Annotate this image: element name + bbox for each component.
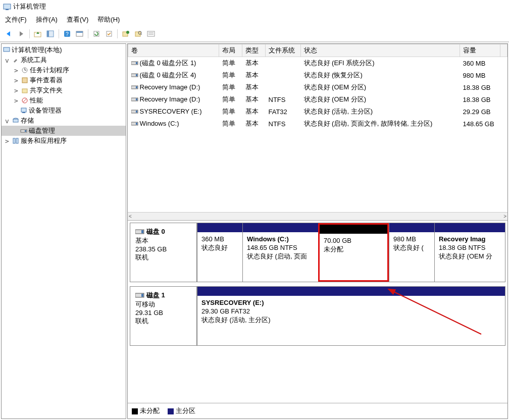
tree-root[interactable]: 计算机管理(本地) — [2, 45, 126, 55]
col-volume[interactable]: 卷 — [128, 44, 219, 57]
cell-capacity: 18.38 GB — [460, 81, 500, 93]
table-row[interactable]: (磁盘 0 磁盘分区 1) 简单 基本 状态良好 (EFI 系统分区) 360 … — [128, 57, 507, 70]
table-row[interactable]: SYSRECOVERY (E:) 简单 基本 FAT32 状态良好 (活动, 主… — [128, 106, 507, 118]
help-icon[interactable]: ? — [62, 28, 73, 39]
tree-systools[interactable]: v 系统工具 — [2, 55, 126, 65]
partition-status: 状态良好 (OEM 分 — [439, 252, 501, 261]
menubar: 文件(F) 操作(A) 查看(V) 帮助(H) — [0, 13, 509, 27]
cell-type: 基本 — [242, 93, 266, 106]
window-list-icon[interactable] — [74, 28, 85, 39]
partition-status: 状态良好 ( — [393, 244, 430, 252]
table-row[interactable]: Windows (C:) 简单 基本 NTFS 状态良好 (启动, 页面文件, … — [128, 118, 507, 130]
partition[interactable]: SYSRECOVERY (E:) 29.30 GB FAT32 状态良好 (活动… — [197, 287, 505, 345]
disk-row[interactable]: 磁盘 0 基本 238.35 GB 联机 360 MB 状态良好 Windows… — [130, 223, 505, 282]
properties-pane-icon[interactable] — [45, 28, 56, 39]
table-empty-area — [128, 130, 507, 212]
svg-rect-22 — [4, 47, 10, 51]
menu-view[interactable]: 查看(V) — [67, 15, 88, 24]
partitions-container: 360 MB 状态良好 Windows (C:) 148.65 GB NTFS … — [197, 223, 505, 282]
expand-icon[interactable]: > — [13, 87, 20, 94]
svg-rect-51 — [141, 230, 143, 233]
tree-storage[interactable]: v 存储 — [2, 116, 126, 126]
new-disk-icon[interactable] — [120, 28, 131, 39]
check-icon[interactable] — [104, 28, 115, 39]
col-capacity[interactable]: 容量 — [460, 44, 500, 57]
cell-volume: Recovery Image (D:) — [140, 83, 200, 91]
disk-icon — [135, 229, 144, 235]
menu-action[interactable]: 操作(A) — [36, 15, 58, 24]
toolbar: ? — [0, 27, 509, 42]
collapse-icon[interactable]: v — [4, 117, 11, 125]
partitions-container: SYSRECOVERY (E:) 29.30 GB FAT32 状态良好 (活动… — [197, 287, 505, 345]
partition[interactable]: 360 MB 状态良好 — [197, 223, 242, 282]
tree-label: 任务计划程序 — [30, 66, 69, 75]
col-status[interactable]: 状态 — [301, 44, 460, 57]
disk-name: 磁盘 1 — [146, 291, 165, 300]
partition[interactable]: 980 MB 状态良好 ( — [389, 223, 434, 282]
tree-perf[interactable]: > 性能 — [2, 95, 126, 106]
expand-icon[interactable]: > — [13, 97, 20, 104]
cell-volume: (磁盘 0 磁盘分区 4) — [140, 71, 196, 79]
svg-rect-39 — [136, 62, 137, 64]
partition-unallocated[interactable]: 70.00 GB 未分配 — [318, 223, 389, 282]
menu-help[interactable]: 帮助(H) — [97, 15, 120, 24]
partition-status: 状态良好 — [201, 244, 238, 252]
expand-icon[interactable]: > — [13, 77, 20, 84]
cell-volume: SYSRECOVERY (E:) — [140, 108, 202, 115]
search-disk-icon[interactable] — [133, 28, 144, 39]
col-type[interactable]: 类型 — [242, 44, 266, 57]
table-row[interactable]: Recovery Image (D:) 简单 基本 状态良好 (OEM 分区) … — [128, 81, 507, 93]
tree-devmgr[interactable]: 设备管理器 — [2, 106, 126, 116]
up-folder-icon[interactable] — [32, 28, 43, 39]
tree-services[interactable]: > 服务和应用程序 — [2, 136, 126, 146]
volume-table[interactable]: 卷 布局 类型 文件系统 状态 容量 (磁盘 0 磁盘分区 1) 简单 基本 状… — [128, 44, 507, 130]
collapse-icon[interactable]: v — [4, 57, 11, 64]
app-icon — [3, 3, 11, 11]
cell-fs — [266, 69, 301, 81]
refresh-icon[interactable] — [91, 28, 102, 39]
tree-label: 磁盘管理 — [29, 126, 55, 135]
sidebar-tree[interactable]: 计算机管理(本地) v 系统工具 > 任务计划程序 > 事件查看器 > 共享文件… — [1, 43, 126, 419]
svg-marker-2 — [7, 31, 10, 36]
toolbar-separator — [59, 29, 59, 38]
svg-rect-30 — [21, 108, 26, 112]
partition[interactable]: Recovery Imag 18.38 GB NTFS 状态良好 (OEM 分 — [434, 223, 505, 282]
forward-icon[interactable] — [16, 28, 27, 39]
menu-file[interactable]: 文件(F) — [5, 15, 27, 24]
table-row[interactable]: (磁盘 0 磁盘分区 4) 简单 基本 状态良好 (恢复分区) 980 MB — [128, 69, 507, 81]
svg-rect-19 — [147, 31, 155, 36]
cell-fs: NTFS — [266, 93, 301, 106]
disk-row[interactable]: 磁盘 1 可移动 29.31 GB 联机 SYSRECOVERY (E:) 29… — [130, 286, 505, 346]
svg-point-15 — [126, 31, 129, 34]
partition[interactable]: Windows (C:) 148.65 GB NTFS 状态良好 (启动, 页面 — [242, 223, 318, 282]
tree-diskmgmt[interactable]: 磁盘管理 — [2, 126, 126, 136]
cell-layout: 简单 — [219, 93, 242, 106]
cell-status: 状态良好 (OEM 分区) — [301, 93, 460, 106]
partition-body: 360 MB 状态良好 — [197, 232, 242, 282]
partition-size: 29.30 GB FAT32 — [201, 307, 501, 316]
col-layout[interactable]: 布局 — [219, 44, 242, 57]
main-content: 计算机管理(本地) v 系统工具 > 任务计划程序 > 事件查看器 > 共享文件… — [0, 42, 509, 420]
scroll-right-icon[interactable]: > — [503, 214, 506, 219]
table-row[interactable]: Recovery Image (D:) 简单 基本 NTFS 状态良好 (OEM… — [128, 93, 507, 106]
toolbar-separator — [88, 29, 88, 38]
disk-status: 联机 — [135, 317, 191, 326]
cell-layout: 简单 — [219, 81, 242, 93]
scroll-left-icon[interactable]: < — [129, 214, 132, 219]
partition-color-bar — [389, 223, 434, 232]
back-icon[interactable] — [3, 28, 14, 39]
svg-rect-43 — [136, 86, 137, 88]
computer-icon — [3, 46, 11, 54]
tree-shared[interactable]: > 共享文件夹 — [2, 85, 126, 95]
cell-status: 状态良好 (启动, 页面文件, 故障转储, 主分区) — [301, 118, 460, 130]
horizontal-scrollbar[interactable]: <> — [128, 212, 507, 220]
list-icon[interactable] — [145, 28, 157, 39]
expand-icon[interactable]: > — [4, 137, 11, 145]
tree-eventvwr[interactable]: > 事件查看器 — [2, 75, 126, 85]
expand-icon[interactable]: > — [13, 67, 20, 74]
disk-graphical-panel[interactable]: 磁盘 0 基本 238.35 GB 联机 360 MB 状态良好 Windows… — [128, 221, 507, 403]
volume-icon — [131, 60, 138, 67]
tree-label: 存储 — [21, 116, 34, 125]
tree-scheduler[interactable]: > 任务计划程序 — [2, 65, 126, 75]
col-fs[interactable]: 文件系统 — [266, 44, 301, 57]
